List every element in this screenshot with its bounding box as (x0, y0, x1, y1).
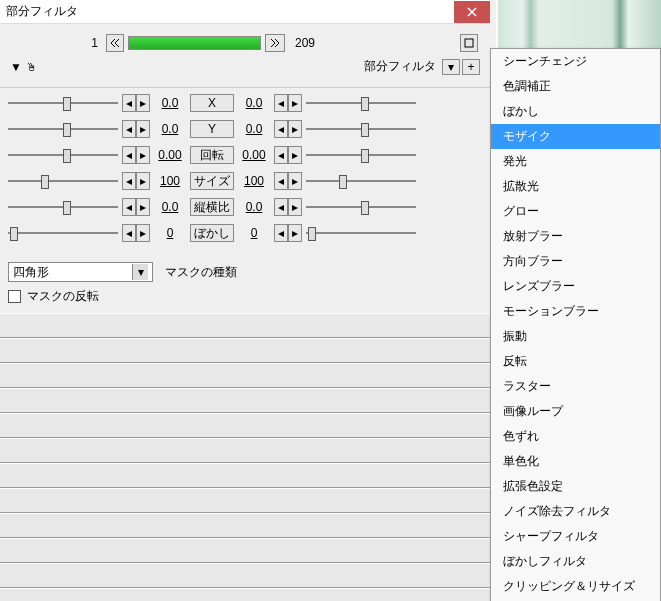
track-row[interactable] (0, 413, 490, 438)
menu-item[interactable]: 方向ブラー (491, 249, 660, 274)
menu-item[interactable]: 振動 (491, 324, 660, 349)
menu-item[interactable]: モーションブラー (491, 299, 660, 324)
track-row[interactable] (0, 463, 490, 488)
menu-item[interactable]: 発光 (491, 149, 660, 174)
step-left-icon[interactable]: ◂ (122, 172, 136, 190)
menu-item[interactable]: ラスター (491, 374, 660, 399)
step-right-icon[interactable]: ▸ (136, 198, 150, 216)
menu-item[interactable]: シーンチェンジ (491, 49, 660, 74)
param-slider-right[interactable] (306, 225, 416, 241)
track-list (0, 313, 490, 601)
param-label-button[interactable]: X (190, 94, 234, 112)
add-plus-button[interactable]: + (462, 59, 480, 75)
mask-shape-dropdown[interactable]: 四角形 ▾ (8, 262, 153, 282)
param-slider-left[interactable] (8, 173, 118, 189)
param-slider-right[interactable] (306, 147, 416, 163)
track-row[interactable] (0, 588, 490, 601)
step-right-icon[interactable]: ▸ (136, 94, 150, 112)
step-right-icon[interactable]: ▸ (288, 224, 302, 242)
step-left-icon[interactable]: ◂ (274, 94, 288, 112)
collapse-toggle[interactable]: ▼ (10, 60, 22, 74)
menu-item[interactable]: モザイク (491, 124, 660, 149)
step-right-icon[interactable]: ▸ (288, 120, 302, 138)
param-slider-right[interactable] (306, 121, 416, 137)
timeline-progress[interactable] (128, 36, 261, 50)
next-frame-button[interactable] (265, 34, 285, 52)
step-left-icon[interactable]: ◂ (274, 120, 288, 138)
step-right-icon[interactable]: ▸ (288, 172, 302, 190)
menu-item[interactable]: 拡張色設定 (491, 474, 660, 499)
menu-item[interactable]: 放射ブラー (491, 224, 660, 249)
menu-item[interactable]: ぼかし (491, 99, 660, 124)
param-stepper-right[interactable]: ◂ ▸ (274, 94, 302, 112)
param-stepper-left[interactable]: ◂ ▸ (122, 94, 150, 112)
step-right-icon[interactable]: ▸ (136, 172, 150, 190)
step-left-icon[interactable]: ◂ (274, 172, 288, 190)
step-right-icon[interactable]: ▸ (288, 94, 302, 112)
param-slider-right[interactable] (306, 173, 416, 189)
param-label-button[interactable]: 縦横比 (190, 198, 234, 216)
menu-item[interactable]: 色調補正 (491, 74, 660, 99)
step-right-icon[interactable]: ▸ (136, 224, 150, 242)
param-label-button[interactable]: ぼかし (190, 224, 234, 242)
param-label-button[interactable]: 回転 (190, 146, 234, 164)
step-right-icon[interactable]: ▸ (288, 146, 302, 164)
param-stepper-left[interactable]: ◂ ▸ (122, 172, 150, 190)
menu-item[interactable]: グロー (491, 199, 660, 224)
track-row[interactable] (0, 363, 490, 388)
menu-item[interactable]: シャープフィルタ (491, 524, 660, 549)
param-slider-left[interactable] (8, 225, 118, 241)
param-stepper-left[interactable]: ◂ ▸ (122, 224, 150, 242)
step-right-icon[interactable]: ▸ (288, 198, 302, 216)
menu-item[interactable]: ノイズ除去フィルタ (491, 499, 660, 524)
step-left-icon[interactable]: ◂ (274, 198, 288, 216)
menu-item[interactable]: 反転 (491, 349, 660, 374)
menu-item[interactable]: ぼかしフィルタ (491, 549, 660, 574)
menu-item[interactable]: 画像ループ (491, 399, 660, 424)
invert-mask-checkbox[interactable] (8, 290, 21, 303)
menu-item[interactable]: 色ずれ (491, 424, 660, 449)
param-stepper-right[interactable]: ◂ ▸ (274, 146, 302, 164)
step-left-icon[interactable]: ◂ (274, 146, 288, 164)
param-label-button[interactable]: サイズ (190, 172, 234, 190)
param-slider-left[interactable] (8, 95, 118, 111)
step-left-icon[interactable]: ◂ (122, 198, 136, 216)
param-stepper-right[interactable]: ◂ ▸ (274, 224, 302, 242)
add-filter-button[interactable]: ▾ (442, 59, 460, 75)
mask-row: 四角形 ▾ マスクの種類 (0, 256, 490, 288)
param-label-button[interactable]: Y (190, 120, 234, 138)
track-row[interactable] (0, 338, 490, 363)
track-row[interactable] (0, 513, 490, 538)
menu-item[interactable]: 単色化 (491, 449, 660, 474)
param-slider-right[interactable] (306, 95, 416, 111)
menu-item[interactable]: クリッピング＆リサイズ (491, 574, 660, 599)
step-left-icon[interactable]: ◂ (122, 224, 136, 242)
step-right-icon[interactable]: ▸ (136, 146, 150, 164)
menu-item[interactable]: レンズブラー (491, 274, 660, 299)
step-left-icon[interactable]: ◂ (274, 224, 288, 242)
step-left-icon[interactable]: ◂ (122, 120, 136, 138)
param-slider-right[interactable] (306, 199, 416, 215)
tool-button[interactable] (460, 34, 478, 52)
param-stepper-left[interactable]: ◂ ▸ (122, 120, 150, 138)
param-stepper-left[interactable]: ◂ ▸ (122, 146, 150, 164)
param-stepper-left[interactable]: ◂ ▸ (122, 198, 150, 216)
step-right-icon[interactable]: ▸ (136, 120, 150, 138)
param-slider-left[interactable] (8, 199, 118, 215)
close-button[interactable] (454, 1, 490, 23)
param-stepper-right[interactable]: ◂ ▸ (274, 120, 302, 138)
param-slider-left[interactable] (8, 147, 118, 163)
track-row[interactable] (0, 488, 490, 513)
track-row[interactable] (0, 538, 490, 563)
step-left-icon[interactable]: ◂ (122, 146, 136, 164)
param-stepper-right[interactable]: ◂ ▸ (274, 198, 302, 216)
track-row[interactable] (0, 563, 490, 588)
param-stepper-right[interactable]: ◂ ▸ (274, 172, 302, 190)
track-row[interactable] (0, 313, 490, 338)
step-left-icon[interactable]: ◂ (122, 94, 136, 112)
track-row[interactable] (0, 438, 490, 463)
menu-item[interactable]: 拡散光 (491, 174, 660, 199)
prev-frame-button[interactable] (106, 34, 124, 52)
param-slider-left[interactable] (8, 121, 118, 137)
track-row[interactable] (0, 388, 490, 413)
